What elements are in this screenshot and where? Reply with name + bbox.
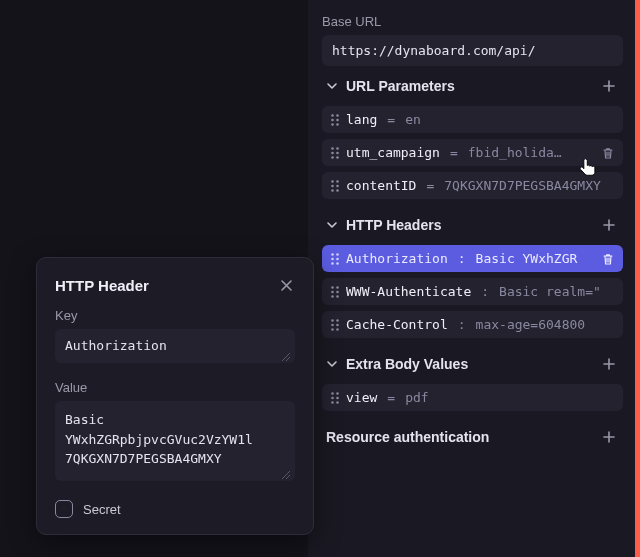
header-value: Basic realm=" xyxy=(499,284,615,299)
svg-point-17 xyxy=(336,189,339,192)
section-title: Resource authentication xyxy=(326,429,599,445)
svg-point-36 xyxy=(331,392,334,395)
add-auth-button[interactable] xyxy=(599,427,619,447)
svg-point-16 xyxy=(331,189,334,192)
svg-point-33 xyxy=(336,323,339,326)
svg-point-18 xyxy=(331,253,334,256)
svg-point-32 xyxy=(331,323,334,326)
svg-point-0 xyxy=(331,114,334,117)
secret-label: Secret xyxy=(83,502,121,517)
param-key: lang xyxy=(346,112,377,127)
base-url-input[interactable]: https://dynaboard.com/api/ xyxy=(322,35,623,66)
drag-handle-icon[interactable] xyxy=(330,252,340,266)
header-key: Cache-Control xyxy=(346,317,448,332)
svg-point-4 xyxy=(331,123,334,126)
http-header-editor-popover: HTTP Header Key Value Secret xyxy=(36,257,314,535)
delete-button[interactable] xyxy=(601,146,615,160)
value-label: Value xyxy=(55,380,295,395)
header-value: max-age=604800 xyxy=(476,317,615,332)
svg-point-25 xyxy=(336,286,339,289)
section-url-parameters[interactable]: URL Parameters xyxy=(322,66,623,106)
base-url-label: Base URL xyxy=(322,14,623,29)
svg-point-1 xyxy=(336,114,339,117)
url-param-row[interactable]: contentID = 7QKGXN7D7PEGSBA4GMXY xyxy=(322,172,623,199)
svg-point-6 xyxy=(331,147,334,150)
section-resource-auth[interactable]: Resource authentication xyxy=(322,417,623,457)
svg-point-40 xyxy=(331,401,334,404)
svg-point-3 xyxy=(336,118,339,121)
section-extra-body[interactable]: Extra Body Values xyxy=(322,344,623,384)
svg-point-5 xyxy=(336,123,339,126)
svg-point-10 xyxy=(331,156,334,159)
header-sep: : xyxy=(454,251,470,266)
svg-point-8 xyxy=(331,151,334,154)
header-key: Authorization xyxy=(346,251,448,266)
param-key: utm_campaign xyxy=(346,145,440,160)
header-row[interactable]: Authorization : Basic YWxhZGR xyxy=(322,245,623,272)
header-value: Basic YWxhZGR xyxy=(476,251,595,266)
section-title: HTTP Headers xyxy=(346,217,599,233)
svg-point-26 xyxy=(331,290,334,293)
drag-handle-icon[interactable] xyxy=(330,179,340,193)
section-title: Extra Body Values xyxy=(346,356,599,372)
url-param-row[interactable]: lang = en xyxy=(322,106,623,133)
svg-point-21 xyxy=(336,257,339,260)
param-value: 7QKGXN7D7PEGSBA4GMXY xyxy=(444,178,615,193)
param-value: fbid_holida… xyxy=(468,145,595,160)
svg-point-31 xyxy=(336,319,339,322)
drag-handle-icon[interactable] xyxy=(330,113,340,127)
header-key: WWW-Authenticate xyxy=(346,284,471,299)
delete-button[interactable] xyxy=(601,252,615,266)
svg-point-38 xyxy=(331,396,334,399)
svg-point-12 xyxy=(331,180,334,183)
svg-point-19 xyxy=(336,253,339,256)
svg-point-35 xyxy=(336,328,339,331)
header-row[interactable]: Cache-Control : max-age=604800 xyxy=(322,311,623,338)
add-header-button[interactable] xyxy=(599,215,619,235)
config-panel: Base URL https://dynaboard.com/api/ URL … xyxy=(308,0,640,557)
header-sep: : xyxy=(477,284,493,299)
svg-point-27 xyxy=(336,290,339,293)
param-sep: = xyxy=(422,178,438,193)
drag-handle-icon[interactable] xyxy=(330,146,340,160)
drag-handle-icon[interactable] xyxy=(330,391,340,405)
secret-checkbox[interactable] xyxy=(55,500,73,518)
svg-point-34 xyxy=(331,328,334,331)
svg-point-28 xyxy=(331,295,334,298)
svg-point-23 xyxy=(336,262,339,265)
param-sep: = xyxy=(446,145,462,160)
svg-point-41 xyxy=(336,401,339,404)
close-button[interactable] xyxy=(277,276,295,294)
body-value-row[interactable]: view = pdf xyxy=(322,384,623,411)
svg-point-30 xyxy=(331,319,334,322)
param-value: en xyxy=(405,112,615,127)
drag-handle-icon[interactable] xyxy=(330,318,340,332)
header-row[interactable]: WWW-Authenticate : Basic realm=" xyxy=(322,278,623,305)
svg-point-20 xyxy=(331,257,334,260)
add-url-param-button[interactable] xyxy=(599,76,619,96)
svg-point-22 xyxy=(331,262,334,265)
body-sep: = xyxy=(383,390,399,405)
chevron-down-icon xyxy=(324,78,340,94)
body-key: view xyxy=(346,390,377,405)
svg-point-39 xyxy=(336,396,339,399)
section-http-headers[interactable]: HTTP Headers xyxy=(322,205,623,245)
svg-point-24 xyxy=(331,286,334,289)
key-label: Key xyxy=(55,308,295,323)
body-value: pdf xyxy=(405,390,615,405)
chevron-down-icon xyxy=(324,217,340,233)
svg-point-7 xyxy=(336,147,339,150)
add-body-value-button[interactable] xyxy=(599,354,619,374)
param-key: contentID xyxy=(346,178,416,193)
section-title: URL Parameters xyxy=(346,78,599,94)
header-key-input[interactable] xyxy=(55,329,295,363)
url-param-row[interactable]: utm_campaign = fbid_holida… xyxy=(322,139,623,166)
modal-title: HTTP Header xyxy=(55,277,277,294)
chevron-down-icon xyxy=(324,356,340,372)
svg-point-15 xyxy=(336,184,339,187)
svg-point-37 xyxy=(336,392,339,395)
header-sep: : xyxy=(454,317,470,332)
drag-handle-icon[interactable] xyxy=(330,285,340,299)
svg-point-29 xyxy=(336,295,339,298)
header-value-input[interactable] xyxy=(55,401,295,481)
